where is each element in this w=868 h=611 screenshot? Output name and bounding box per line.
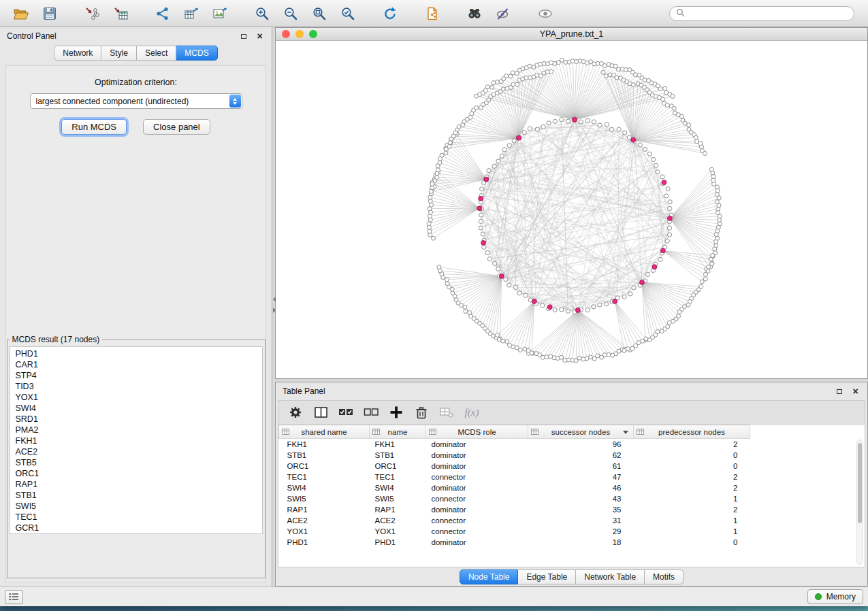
save-icon[interactable]	[35, 3, 64, 24]
network-graph[interactable]	[276, 41, 867, 378]
criterion-selected-value: largest connected component (undirected)	[36, 97, 189, 106]
zoom-selected-icon[interactable]	[334, 3, 362, 24]
column-grid-icon	[282, 428, 289, 437]
zoom-in-icon[interactable]	[248, 3, 276, 24]
mcds-result-item[interactable]: ORC1	[10, 468, 262, 479]
close-panel-icon[interactable]: ×	[255, 31, 265, 42]
table-row[interactable]: YOX1YOX1connector291	[279, 526, 750, 537]
column-header-mcds-role[interactable]: MCDS role	[426, 425, 528, 439]
run-mcds-button[interactable]: Run MCDS	[61, 119, 127, 135]
tab-network[interactable]: Network	[54, 46, 101, 61]
mcds-result-item[interactable]: SWI5	[10, 501, 262, 512]
table-row[interactable]: PHD1PHD1dominator180	[279, 537, 750, 548]
search-field[interactable]	[669, 6, 854, 21]
tab-mcds[interactable]: MCDS	[176, 46, 217, 61]
mcds-result-item[interactable]: ACE2	[10, 446, 262, 457]
column-grid-icon	[429, 428, 436, 437]
table-row[interactable]: ORC1ORC1dominator610	[279, 461, 750, 472]
search-input[interactable]	[689, 8, 848, 19]
table-row[interactable]: SWI4SWI4dominator462	[279, 482, 750, 493]
column-header-shared-name[interactable]: shared name	[279, 425, 370, 439]
mcds-result-list[interactable]: PHD1CAR1STP4TID3YOX1SWI4SRD1PMA2FKH1ACE2…	[10, 346, 263, 534]
criterion-dropdown[interactable]: largest connected component (undirected)	[30, 93, 242, 109]
mcds-result-item[interactable]: YOX1	[10, 392, 262, 403]
mcds-result-group: MCDS result (17 nodes) PHD1CAR1STP4TID3Y…	[7, 335, 266, 578]
memory-label: Memory	[826, 592, 856, 601]
mcds-result-item[interactable]: GCR1	[10, 523, 262, 533]
mcds-result-item[interactable]: PMA2	[10, 425, 262, 435]
table-row[interactable]: ACE2ACE2connector311	[279, 515, 750, 526]
chevron-down-icon[interactable]	[623, 431, 628, 434]
tab-node-table[interactable]: Node Table	[460, 569, 519, 584]
tab-network-table[interactable]: Network Table	[576, 569, 645, 584]
mcds-result-item[interactable]: RAP1	[10, 479, 262, 490]
table-row[interactable]: SWI5SWI5connector431	[279, 493, 750, 504]
mcds-result-item[interactable]: CAR1	[10, 359, 262, 370]
close-table-panel-icon[interactable]: ×	[850, 386, 861, 397]
split-columns-icon[interactable]	[313, 404, 328, 420]
import-table-icon[interactable]	[106, 3, 135, 24]
open-folder-icon[interactable]	[7, 3, 35, 24]
float-panel-icon[interactable]	[238, 31, 248, 42]
column-header-predecessor-nodes[interactable]: predecessor nodes	[634, 425, 750, 439]
tab-style[interactable]: Style	[101, 46, 137, 61]
network-window-titlebar[interactable]: YPA_prune.txt_1	[276, 28, 867, 41]
network-window-title: YPA_prune.txt_1	[540, 29, 604, 39]
control-panel-tabs: Network Style Select MCDS	[0, 46, 272, 61]
gear-icon[interactable]	[288, 404, 303, 420]
column-header-name[interactable]: name	[370, 425, 426, 439]
close-panel-button[interactable]: Close panel	[143, 119, 210, 135]
search-binoculars-icon[interactable]	[460, 3, 489, 24]
table-header-row: shared name name MCDS role	[279, 425, 750, 439]
mcds-result-item[interactable]: PHD1	[10, 348, 262, 359]
mcds-result-item[interactable]: STB5	[10, 457, 262, 468]
node-table-area[interactable]: shared name name MCDS role	[278, 425, 865, 567]
clone-network-icon[interactable]	[418, 3, 447, 24]
zoom-fit-icon[interactable]	[305, 3, 334, 24]
deselect-all-checkboxes-icon[interactable]	[364, 404, 379, 420]
refresh-icon[interactable]	[376, 3, 404, 24]
minimize-window-icon[interactable]	[295, 30, 304, 38]
node-table: shared name name MCDS role	[278, 425, 750, 548]
mcds-result-item[interactable]: SRD1	[10, 414, 262, 425]
table-row[interactable]: STB1STB1dominator620	[279, 450, 750, 461]
mcds-result-item[interactable]: STP4	[10, 370, 262, 381]
export-image-icon[interactable]	[206, 3, 234, 24]
show-hide-eye-icon[interactable]	[531, 3, 560, 24]
select-all-checkboxes-icon[interactable]	[338, 404, 353, 420]
mcds-result-item[interactable]: TEC1	[10, 512, 262, 523]
table-scrollbar[interactable]	[856, 440, 863, 565]
table-row[interactable]: TEC1TEC1connector472	[279, 472, 750, 482]
tab-edge-table[interactable]: Edge Table	[518, 569, 576, 584]
table-row[interactable]: RAP1RAP1dominator352	[279, 504, 750, 515]
zoom-out-icon[interactable]	[276, 3, 305, 24]
add-row-icon[interactable]	[389, 404, 404, 420]
mcds-result-item[interactable]: FKH1	[10, 435, 262, 446]
column-grid-icon	[531, 428, 539, 437]
memory-button[interactable]: Memory	[807, 589, 863, 604]
mcds-result-item[interactable]: TID3	[10, 381, 262, 392]
close-window-icon[interactable]	[282, 30, 290, 38]
tab-select[interactable]: Select	[137, 46, 176, 61]
mcds-result-title: MCDS result (17 nodes)	[10, 335, 103, 344]
panel-collapse-handle[interactable]	[272, 297, 276, 313]
scrollbar-thumb[interactable]	[858, 443, 862, 523]
export-network-icon[interactable]	[148, 3, 177, 24]
delete-row-icon[interactable]	[414, 404, 429, 420]
search-icon	[676, 7, 685, 20]
task-history-icon[interactable]	[5, 590, 23, 604]
float-table-panel-icon[interactable]	[834, 386, 844, 397]
mcds-result-item[interactable]: STB1	[10, 490, 262, 501]
tab-motifs[interactable]: Motifs	[645, 569, 684, 584]
column-label: predecessor nodes	[658, 428, 725, 436]
export-table-icon[interactable]	[177, 3, 206, 24]
mcds-result-item[interactable]: SWI4	[10, 403, 262, 414]
filter-icon[interactable]	[489, 3, 517, 24]
network-canvas[interactable]	[276, 41, 867, 378]
main-toolbar	[0, 0, 868, 27]
table-row[interactable]: FKH1FKH1dominator962	[279, 439, 750, 450]
dropdown-stepper-icon[interactable]	[229, 95, 241, 108]
import-network-icon[interactable]	[78, 3, 106, 24]
column-header-successor-nodes[interactable]: successor nodes	[528, 425, 634, 439]
zoom-window-icon[interactable]	[309, 30, 317, 38]
